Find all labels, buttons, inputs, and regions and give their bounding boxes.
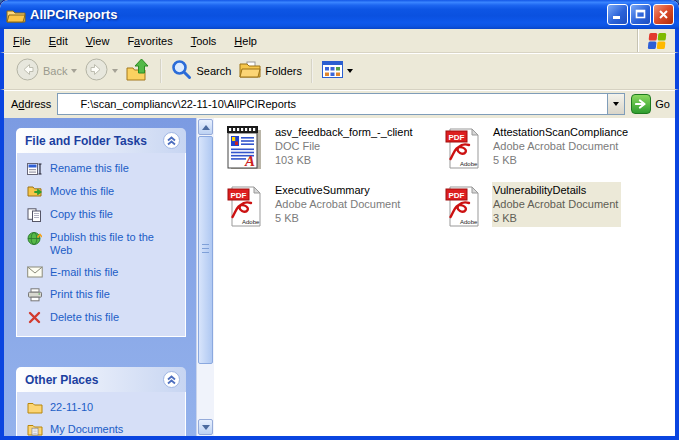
- up-button[interactable]: [122, 55, 155, 88]
- pdf-file-icon: PDF Adobe: [440, 124, 484, 170]
- task-publish-file[interactable]: Publish this file to the Web: [26, 231, 179, 257]
- file-tile-text: ExecutiveSummary Adobe Acrobat Document …: [274, 182, 403, 227]
- menu-edit[interactable]: Edit: [40, 29, 77, 52]
- file-tile-text: AttestationScanCompliance Adobe Acrobat …: [492, 124, 631, 169]
- main-area: File and Folder Tasks: [0, 118, 679, 440]
- place-label: 22-11-10: [50, 401, 93, 414]
- file-type: Adobe Acrobat Document: [275, 197, 400, 211]
- task-delete-file[interactable]: Delete this file: [26, 311, 179, 324]
- taskpane-scrollbar[interactable]: [196, 118, 214, 436]
- back-icon: [16, 58, 39, 85]
- file-tile-text: VulnerabilityDetails Adobe Acrobat Docum…: [492, 182, 621, 227]
- svg-text:PDF: PDF: [448, 191, 464, 200]
- file-size: 5 KB: [275, 211, 400, 225]
- rename-icon: [26, 162, 43, 176]
- menu-view[interactable]: View: [77, 29, 119, 52]
- file-name: AttestationScanCompliance: [493, 125, 628, 139]
- task-label: Copy this file: [50, 208, 113, 221]
- task-label: E-mail this file: [50, 266, 118, 279]
- chevron-up-icon: [202, 125, 210, 130]
- file-type: DOC File: [275, 139, 413, 153]
- task-email-file[interactable]: E-mail this file: [26, 266, 179, 279]
- back-label: Back: [43, 65, 67, 77]
- pdf-file-icon: PDF Adobe: [222, 182, 266, 228]
- task-label: Delete this file: [50, 311, 119, 324]
- folders-button[interactable]: Folders: [235, 57, 306, 85]
- back-dropdown-icon[interactable]: [71, 69, 77, 73]
- file-size: 3 KB: [493, 211, 618, 225]
- svg-text:Adobe: Adobe: [460, 161, 478, 167]
- title-bar[interactable]: AllPCIReports: [0, 0, 679, 29]
- explorer-window: AllPCIReports File Edit View Favorites T…: [0, 0, 679, 440]
- address-input[interactable]: F:\scan_compliancv\22-11-10\AllPCIReport…: [57, 93, 625, 115]
- up-folder-icon: [126, 58, 151, 85]
- file-tile-text: asv_feedback_form_-_client DOC File 103 …: [274, 124, 416, 169]
- task-move-file[interactable]: Move this file: [26, 185, 179, 199]
- menu-help[interactable]: Help: [225, 29, 266, 52]
- move-icon: [26, 185, 43, 199]
- chevron-down-icon: [613, 102, 619, 106]
- menu-favorites[interactable]: Favorites: [118, 29, 181, 52]
- file-tasks-title: File and Folder Tasks: [25, 134, 147, 148]
- place-my-documents[interactable]: My Documents: [26, 423, 179, 436]
- file-name: VulnerabilityDetails: [493, 183, 618, 197]
- task-print-file[interactable]: Print this file: [26, 288, 179, 302]
- folders-label: Folders: [265, 65, 302, 77]
- file-size: 5 KB: [493, 153, 628, 167]
- publish-web-icon: [26, 231, 43, 246]
- windows-logo-icon: [637, 29, 675, 52]
- folder-open-icon: [6, 7, 26, 23]
- folder-icon: [26, 401, 43, 414]
- copy-icon: [26, 208, 43, 222]
- folders-icon: [239, 60, 261, 82]
- file-tile-doc[interactable]: A asv_feedback_form_-_client DOC File 10…: [222, 124, 440, 182]
- close-button[interactable]: [653, 4, 674, 25]
- search-label: Search: [196, 65, 231, 77]
- svg-text:PDF: PDF: [230, 191, 246, 200]
- back-button[interactable]: Back: [12, 55, 81, 88]
- task-copy-file[interactable]: Copy this file: [26, 208, 179, 222]
- print-icon: [26, 288, 43, 302]
- file-size: 103 KB: [275, 153, 413, 167]
- place-parent-folder[interactable]: 22-11-10: [26, 401, 179, 414]
- menu-file[interactable]: File: [4, 29, 40, 52]
- forward-button[interactable]: [81, 55, 122, 88]
- collapse-chevron-icon[interactable]: [163, 132, 180, 149]
- other-places-header[interactable]: Other Places: [16, 367, 186, 392]
- address-dropdown-button[interactable]: [607, 94, 624, 114]
- views-dropdown-icon[interactable]: [347, 69, 353, 73]
- chevron-down-icon: [202, 425, 210, 430]
- task-rename-file[interactable]: Rename this file: [26, 162, 179, 176]
- address-label: Address: [11, 98, 51, 110]
- file-tile-pdf[interactable]: PDF Adobe ExecutiveSummary Adobe Acrobat…: [222, 182, 440, 240]
- task-label: Print this file: [50, 288, 110, 301]
- search-icon: [171, 59, 192, 84]
- scrollbar-thumb[interactable]: [198, 136, 213, 364]
- task-pane: File and Folder Tasks: [4, 118, 196, 436]
- file-name: ExecutiveSummary: [275, 183, 400, 197]
- delete-icon: [26, 311, 43, 324]
- scroll-up-button[interactable]: [198, 119, 213, 135]
- svg-text:PDF: PDF: [448, 133, 464, 142]
- svg-text:Adobe: Adobe: [460, 219, 478, 225]
- place-label: My Documents: [50, 423, 123, 436]
- file-tile-pdf-selected[interactable]: PDF Adobe VulnerabilityDetails Adobe Acr…: [440, 182, 675, 240]
- minimize-button[interactable]: [607, 4, 628, 25]
- file-tile-pdf[interactable]: PDF Adobe AttestationScanCompliance Adob…: [440, 124, 675, 182]
- scroll-down-button[interactable]: [198, 419, 213, 435]
- menu-tools[interactable]: Tools: [182, 29, 226, 52]
- file-tasks-body: Rename this file Move this file: [16, 153, 186, 337]
- other-places-title: Other Places: [25, 373, 98, 387]
- my-documents-icon: [26, 423, 43, 436]
- forward-dropdown-icon[interactable]: [112, 69, 118, 73]
- search-button[interactable]: Search: [167, 56, 235, 87]
- file-tasks-panel: File and Folder Tasks: [16, 128, 186, 337]
- go-button[interactable]: Go: [631, 94, 670, 114]
- address-value[interactable]: F:\scan_compliancv\22-11-10\AllPCIReport…: [80, 98, 607, 110]
- views-button[interactable]: [318, 58, 357, 85]
- go-arrow-icon[interactable]: [631, 94, 651, 114]
- maximize-button[interactable]: [630, 4, 651, 25]
- collapse-chevron-icon[interactable]: [163, 371, 180, 388]
- svg-text:A: A: [244, 153, 255, 169]
- file-tasks-header[interactable]: File and Folder Tasks: [16, 128, 186, 153]
